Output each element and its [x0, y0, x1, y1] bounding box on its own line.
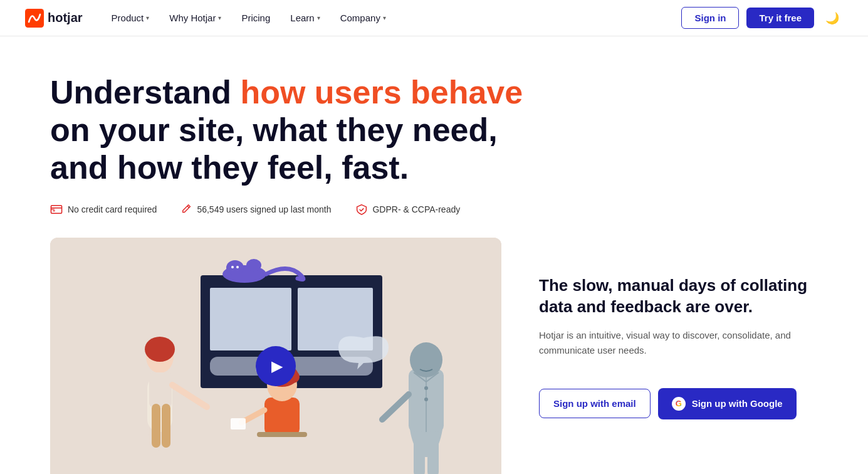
hero-headline: Understand how users behave on your site… [50, 74, 539, 186]
nav-pricing[interactable]: Pricing [233, 8, 279, 28]
chevron-down-icon: ▾ [146, 14, 149, 21]
svg-rect-44 [414, 431, 425, 474]
try-free-button[interactable]: Try it free [746, 8, 814, 28]
pencil-icon [182, 204, 192, 215]
hero-section: Understand how users behave on your site… [0, 36, 868, 215]
svg-rect-31 [231, 418, 246, 429]
play-icon: ▶ [271, 357, 283, 375]
svg-rect-22 [152, 404, 160, 448]
shield-icon [356, 204, 367, 215]
svg-point-14 [231, 266, 234, 268]
main-content-row: ▶ The slow, manual days of collating dat… [0, 238, 868, 474]
signup-email-button[interactable]: Sign up with email [539, 389, 651, 418]
nav-actions: Sign in Try it free 🌙 [681, 7, 843, 29]
video-section[interactable]: ▶ [50, 238, 501, 474]
svg-point-42 [424, 398, 428, 401]
play-button[interactable]: ▶ [256, 346, 296, 386]
badge-users: 56,549 users signed up last month [182, 204, 331, 215]
panel-description: Hotjar is an intuitive, visual way to di… [539, 328, 818, 358]
panel-title: The slow, manual days of collating data … [539, 275, 818, 318]
svg-rect-45 [427, 431, 439, 474]
dark-mode-toggle[interactable]: 🌙 [822, 8, 843, 29]
svg-line-5 [187, 206, 189, 208]
nav-why-hotjar[interactable]: Why Hotjar ▾ [160, 8, 230, 28]
right-panel: The slow, manual days of collating data … [539, 238, 818, 419]
badge-no-credit-card: No credit card required [50, 204, 157, 214]
credit-card-icon [50, 205, 63, 214]
nav-company[interactable]: Company ▾ [332, 8, 395, 28]
svg-rect-20 [149, 372, 172, 407]
badge-gdpr-text: GDPR- & CCPA-ready [372, 204, 460, 214]
svg-rect-25 [264, 398, 300, 435]
signup-google-button[interactable]: G Sign up with Google [658, 388, 797, 419]
hero-badges: No credit card required 56,549 users sig… [50, 204, 818, 215]
signin-button[interactable]: Sign in [681, 7, 739, 29]
badge-no-credit-card-text: No credit card required [68, 204, 157, 214]
svg-rect-23 [162, 404, 170, 448]
nav-product[interactable]: Product ▾ [103, 8, 159, 28]
badge-gdpr: GDPR- & CCPA-ready [356, 204, 460, 215]
chevron-down-icon: ▾ [218, 14, 221, 21]
logo[interactable]: hotjar [25, 9, 83, 28]
svg-point-15 [236, 266, 239, 268]
svg-rect-8 [210, 288, 291, 350]
chevron-down-icon: ▾ [383, 14, 386, 21]
svg-point-37 [410, 342, 442, 377]
google-icon: G [672, 397, 686, 411]
nav-learn[interactable]: Learn ▾ [281, 8, 328, 28]
svg-point-41 [424, 386, 428, 390]
chevron-down-icon: ▾ [317, 14, 320, 21]
logo-text: hotjar [48, 11, 83, 25]
navigation: hotjar Product ▾ Why Hotjar ▾ Pricing Le… [0, 0, 868, 36]
svg-point-19 [145, 337, 175, 362]
svg-point-13 [246, 259, 261, 271]
svg-point-12 [226, 260, 244, 275]
badge-users-text: 56,549 users signed up last month [197, 204, 331, 214]
nav-links: Product ▾ Why Hotjar ▾ Pricing Learn ▾ C… [103, 8, 682, 28]
svg-rect-34 [257, 432, 307, 437]
signup-google-label: Sign up with Google [692, 398, 783, 409]
signup-buttons: Sign up with email G Sign up with Google [539, 388, 818, 419]
